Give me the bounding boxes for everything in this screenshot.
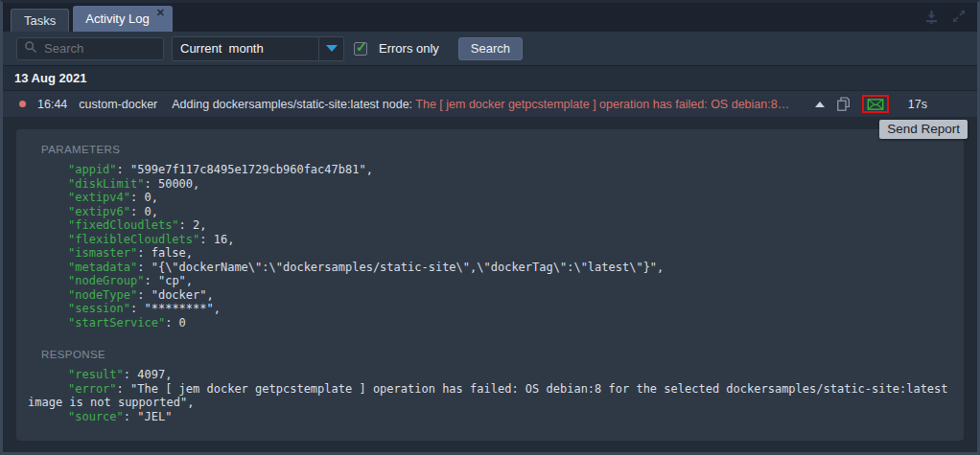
window-actions: [924, 10, 966, 24]
log-time: 16:44: [37, 98, 67, 111]
response-value: : "JEL": [124, 410, 173, 423]
errors-only-label: Errors only: [379, 41, 439, 56]
param-line: "diskLimit": 50000,: [28, 177, 952, 192]
expand-icon[interactable]: [952, 10, 966, 24]
response-value: : "The [ jem docker getpcstemplate ] ope…: [28, 382, 955, 410]
response-line: "error": "The [ jem docker getpcstemplat…: [28, 382, 952, 410]
tab-bar: Tasks Activity Log ✕: [3, 3, 977, 32]
param-line: "metadata": "{\"dockerName\":\"dockersam…: [28, 261, 952, 275]
response-line: "source": "JEL": [28, 410, 952, 424]
param-key: "fixedCloudlets": [68, 218, 179, 232]
param-key: "startService": [68, 316, 165, 330]
param-value: : 0: [165, 316, 186, 330]
error-status-dot: [19, 101, 26, 107]
param-line: "fixedCloudlets": 2,: [28, 218, 952, 233]
param-line: "extipv6": 0,: [28, 205, 952, 219]
search-box[interactable]: [16, 37, 164, 60]
period-select[interactable]: Current month: [172, 36, 344, 61]
param-key: "ismaster": [68, 246, 137, 260]
param-line: "nodeGroup": "cp",: [28, 274, 952, 288]
send-report-icon[interactable]: [867, 99, 884, 110]
tab-tasks[interactable]: Tasks: [11, 9, 69, 32]
task-duration: 17s: [908, 98, 927, 111]
param-value: : "cp",: [144, 274, 193, 287]
response-line: "result": 4097,: [28, 368, 952, 382]
log-message-text: Adding dockersamples/static-site:latest …: [172, 98, 415, 111]
param-line: "appid": "599e7f117c8495e1729cb960fac47b…: [28, 163, 952, 177]
date-group-header: 13 Aug 2021: [3, 66, 977, 91]
response-key: "source": [68, 410, 124, 423]
response-key: "result": [68, 368, 124, 381]
download-icon[interactable]: [924, 10, 939, 24]
log-detail-panel: PARAMETERS "appid": "599e7f117c8495e1729…: [16, 129, 964, 441]
search-icon: [24, 40, 37, 57]
tab-tasks-label: Tasks: [24, 13, 56, 28]
param-key: "extipv6": [68, 205, 130, 218]
log-row-controls: 17s: [815, 95, 964, 113]
param-value: : 0,: [130, 205, 158, 218]
search-button[interactable]: Search: [458, 37, 523, 60]
log-error-preview: The [ jem docker getpcstemplate ] operat…: [415, 98, 789, 111]
param-key: "metadata": [68, 261, 137, 274]
param-key: "extipv4": [68, 191, 130, 204]
send-report-tooltip: Send Report: [879, 120, 968, 139]
search-input[interactable]: [44, 41, 156, 56]
param-line: "startService": 0: [28, 316, 952, 330]
param-value: : false,: [137, 246, 193, 260]
param-value: : "599e7f117c8495e1729cb960fac47b81",: [117, 163, 373, 176]
errors-only-checkbox[interactable]: ✓: [354, 42, 367, 56]
param-key: "flexibleCloudlets": [68, 233, 199, 246]
close-icon[interactable]: ✕: [156, 7, 165, 19]
copy-icon[interactable]: [837, 97, 850, 111]
param-line: "ismaster": false,: [28, 246, 952, 261]
period-select-arrow[interactable]: [318, 37, 343, 60]
response-value: : 4097,: [124, 368, 173, 381]
param-key: "diskLimit": [68, 177, 144, 191]
param-value: : "docker",: [137, 288, 213, 302]
response-section-label: RESPONSE: [41, 349, 952, 360]
response-code-block: "result": 4097, "error": "The [ jem dock…: [28, 368, 952, 423]
param-line: "nodeType": "docker",: [28, 288, 952, 303]
tab-activity-log[interactable]: Activity Log ✕: [73, 6, 173, 32]
param-value: : 50000,: [144, 177, 199, 191]
param-value: : "********",: [130, 302, 221, 315]
check-icon: ✓: [356, 39, 367, 55]
chevron-down-icon: [326, 45, 338, 52]
response-key: "error": [68, 382, 117, 396]
log-message: Adding dockersamples/static-site:latest …: [172, 98, 789, 111]
send-report-icon-highlight: [862, 95, 889, 113]
collapse-icon[interactable]: [815, 102, 825, 107]
param-key: "nodeType": [68, 288, 137, 302]
param-value: : 16,: [199, 233, 234, 246]
param-key: "nodeGroup": [68, 274, 144, 287]
parameters-section-label: PARAMETERS: [41, 144, 952, 155]
param-key: "session": [68, 302, 130, 315]
param-value: : 0,: [130, 191, 158, 204]
param-value: : "{\"dockerName\":\"dockersamples/stati…: [137, 261, 664, 274]
period-select-value: Current month: [173, 37, 318, 60]
param-line: "session": "********",: [28, 302, 952, 316]
filter-toolbar: Current month ✓ Errors only Search: [3, 32, 977, 66]
log-action-type: custom-docker: [79, 98, 157, 111]
activity-log-window: Tasks Activity Log ✕: [0, 0, 980, 455]
tab-activity-log-label: Activity Log: [85, 11, 149, 26]
errors-only-toggle[interactable]: ✓ Errors only: [354, 41, 439, 56]
param-key: "appid": [68, 163, 117, 176]
parameters-code-block: "appid": "599e7f117c8495e1729cb960fac47b…: [28, 163, 952, 330]
param-line: "extipv4": 0,: [28, 191, 952, 205]
param-value: : 2,: [179, 218, 207, 232]
log-row[interactable]: 16:44 custom-docker Adding dockersamples…: [3, 91, 977, 118]
param-line: "flexibleCloudlets": 16,: [28, 233, 952, 247]
